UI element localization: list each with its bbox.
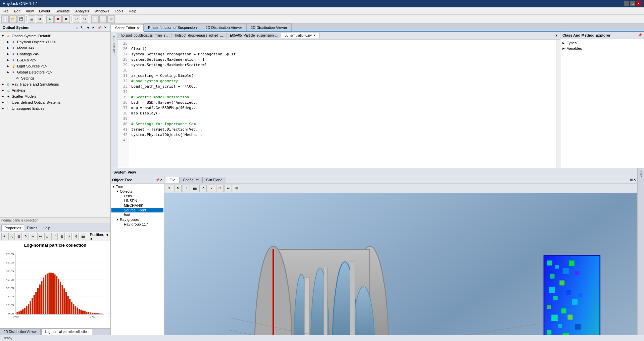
redo-prop-button[interactable]: ↪ [37, 233, 43, 240]
view3d-red[interactable]: ● [208, 185, 215, 192]
tab-phase-function[interactable]: Phase function of Suspension [144, 23, 201, 31]
print-prop-button[interactable]: 🖨 [73, 233, 79, 240]
facets-expand[interactable]: ⊞ [630, 178, 633, 182]
class-explorer-pin[interactable]: 📌 [638, 33, 642, 37]
redo-button[interactable]: ↪ [81, 15, 88, 23]
menu-tools[interactable]: Tools [112, 8, 126, 14]
run-button[interactable]: ▶ [46, 15, 54, 23]
undo-button[interactable]: ↩ [73, 15, 80, 23]
add-prop-button[interactable]: + [1, 233, 7, 240]
active-tab-close[interactable]: ✕ [313, 34, 316, 37]
zoom-prop-button[interactable]: 🔍 [8, 233, 14, 240]
stop-button[interactable]: ⏹ [54, 15, 62, 23]
view3d-add[interactable]: + [183, 185, 190, 192]
menu-analysis[interactable]: Analysis [72, 8, 92, 14]
menu-view[interactable]: View [23, 8, 37, 14]
zoom-out-button[interactable]: − [99, 15, 107, 23]
code-tab-particle[interactable]: E05A05_Particle_suspension-... [227, 33, 281, 38]
tab-extras[interactable]: Extras [24, 225, 40, 231]
facets-close[interactable]: ✕ [633, 178, 636, 182]
tree-node-lens[interactable]: ► Lens [111, 194, 163, 198]
open-button[interactable]: 📂 [9, 15, 17, 23]
code-tab-edited[interactable]: hotspot_doublegauss_edited_... [172, 33, 227, 38]
panel-pin-button[interactable]: 📌 [97, 26, 102, 30]
code-tab-simulation[interactable]: 05_simulation6.py ✕ [281, 33, 319, 38]
view3d-export[interactable]: ↗ [199, 185, 207, 192]
code-text-area[interactable]: Clear() system.Settings.Propagation = Pr… [129, 40, 556, 168]
tree-item-scatter-models[interactable]: ► ◈ Scatter Models [0, 93, 110, 99]
menu-simulate[interactable]: Simulate [53, 8, 72, 14]
menu-edit[interactable]: Edit [11, 8, 23, 14]
settings-button[interactable]: ⚙ [36, 15, 43, 23]
tree-item-bsdfs[interactable]: ► ■ BSDFs <2> [0, 57, 110, 63]
tab-help[interactable]: Help [40, 225, 53, 231]
tree-item-ray-tracers[interactable]: ► ◎ Ray Tracers and Simulations [0, 81, 110, 87]
tree-node-source-front[interactable]: ► Source: Front [111, 208, 163, 212]
class-variables-item[interactable]: ► Variables [562, 46, 643, 51]
panel-nav-forward[interactable]: ► [91, 26, 96, 30]
tree-item-coatings[interactable]: ► ■ Coatings <4> [0, 51, 110, 57]
tab-dropdown-button[interactable]: ▼ [553, 33, 560, 38]
tree-item-analysis[interactable]: ► 📊 Analysis [0, 87, 110, 93]
menu-file[interactable]: File [0, 8, 11, 14]
pause-button[interactable]: ⏸ [62, 15, 70, 23]
object-tree-close[interactable]: ✕ [160, 178, 163, 182]
tab-script-editor[interactable]: Script Editor ✕ [111, 24, 144, 32]
save-button[interactable]: 💾 [17, 15, 25, 23]
export-prop-button[interactable]: ↗ [66, 233, 72, 240]
chart-prop-button[interactable]: 📈 [51, 233, 57, 240]
code-tab-main[interactable]: hotspot_doublegauss_main_s... [117, 33, 172, 38]
class-types-item[interactable]: ► Types [562, 40, 643, 46]
tree-node-mechanik[interactable]: ► MECHANIK [111, 203, 163, 208]
facets-tab-configure[interactable]: Configure [179, 177, 203, 183]
zoom-in-button[interactable]: + [91, 15, 99, 23]
view3d-camera[interactable]: 📷 [191, 185, 198, 192]
panel-close-button[interactable]: ✕ [103, 26, 108, 30]
home-prop-button[interactable]: ⌂ [44, 233, 50, 240]
tab-properties[interactable]: Properties [1, 225, 24, 231]
camera-prop-button[interactable]: 📷 [80, 233, 86, 240]
nav-prop-button[interactable]: ⊞ [16, 233, 22, 240]
files-tab[interactable]: Files [639, 169, 643, 179]
close-button[interactable]: ✕ [636, 1, 641, 6]
tree-item-global-detectors[interactable]: ► ■ Global Detectors <1> [0, 69, 110, 75]
facets-tab-cutplane[interactable]: Cut Plane [202, 177, 226, 183]
view3d-rotate[interactable]: ⟳ [216, 185, 224, 192]
tree-item-physical-objects[interactable]: ► ■ Physical Objects <111> [0, 39, 110, 45]
view3d-arrows[interactable]: ⇔ [225, 185, 232, 192]
tree-item-light-sources[interactable]: ► 💡 Light Sources <1> [0, 63, 110, 69]
tree-item-unassigned[interactable]: ► 🗂 Unassigned Entities [0, 105, 110, 111]
tree-node-ray-groups[interactable]: ▼ Ray groups [111, 217, 163, 222]
undo-prop-button[interactable]: ↩ [30, 233, 36, 240]
menu-layout[interactable]: Layout [36, 8, 53, 14]
panel-home-button[interactable]: ⌂ [76, 26, 79, 30]
tree-item-media[interactable]: ► ■ Media <4> [0, 45, 110, 51]
new-button[interactable]: 📄 [1, 15, 9, 23]
tree-node-frad[interactable]: ► frad [111, 212, 163, 217]
view3d-refresh[interactable]: ↻ [174, 185, 182, 192]
tab-particle-collection[interactable]: Log-normal particle collection [41, 329, 92, 335]
facets-tab-file[interactable]: File [166, 177, 179, 183]
tree-item-settings[interactable]: ⚙ Settings [0, 75, 110, 81]
object-tree-pin[interactable]: 📌 [156, 178, 159, 182]
view3d-expand[interactable]: ⊞ [233, 185, 240, 192]
view3d-select[interactable]: ↖ [166, 185, 173, 192]
tree-node-linsen[interactable]: ► LINSEN [111, 198, 163, 203]
menu-windows[interactable]: Windows [92, 8, 112, 14]
tree-node-tree[interactable]: ▼ Tree [111, 184, 163, 189]
scroll-indicator[interactable] [556, 40, 560, 168]
minimize-button[interactable]: ─ [624, 1, 629, 6]
print-button[interactable]: 🖨 [28, 15, 35, 23]
maximize-button[interactable]: □ [630, 1, 635, 6]
refresh-prop-button[interactable]: ↻ [23, 233, 29, 240]
tree-item-optical-system[interactable]: ▼ 🗂 Optical System 'Default' [0, 33, 110, 39]
menu-help[interactable]: Help [126, 8, 139, 14]
grid-prop-button[interactable]: ⊞ [59, 233, 65, 240]
tab-2d-viewer-2[interactable]: 2D Distribution Viewer [246, 23, 292, 31]
tab-2d-viewer[interactable]: 2D Distribution Viewer [0, 329, 41, 335]
tab-2d-viewer-1[interactable]: 2D Distribution Viewer [201, 23, 246, 31]
tree-item-user-optical[interactable]: ► 🗂 User-defined Optical Systems [0, 99, 110, 105]
tab-script-close[interactable]: ✕ [137, 26, 139, 30]
panel-nav-back[interactable]: ◄ [85, 26, 90, 30]
tree-node-ray-group-117[interactable]: ► Ray group 117 [111, 222, 163, 227]
